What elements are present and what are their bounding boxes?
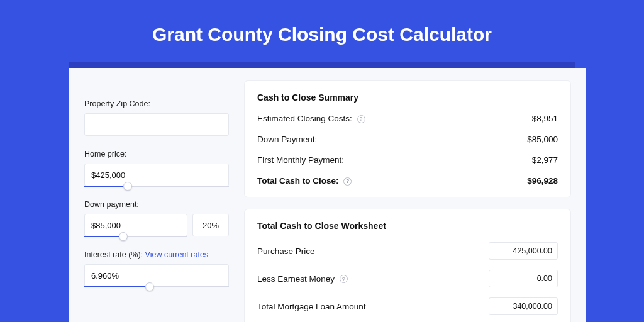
interest-rate-label: Interest rate (%): View current rates <box>84 250 229 259</box>
summary-panel: Cash to Close Summary Estimated Closing … <box>244 80 571 197</box>
summary-total-row: Total Cash to Close: ? $96,928 <box>257 176 558 186</box>
summary-row-value: $85,000 <box>527 135 558 144</box>
zip-label: Property Zip Code: <box>84 99 229 108</box>
home-price-field: Home price: <box>84 150 229 186</box>
help-icon[interactable]: ? <box>357 115 365 123</box>
slider-thumb[interactable] <box>119 232 128 241</box>
summary-row-value: $8,951 <box>532 114 558 123</box>
calculator-card: Property Zip Code: Home price: Down paym… <box>69 68 586 322</box>
down-payment-slider[interactable] <box>84 214 187 236</box>
summary-title: Cash to Close Summary <box>257 92 558 103</box>
label-text: Total Cash to Close: <box>257 176 339 186</box>
slider-thumb[interactable] <box>123 182 132 191</box>
summary-row: Down Payment: $85,000 <box>257 135 558 144</box>
worksheet-title: Total Cash to Close Worksheet <box>257 221 558 231</box>
view-rates-link[interactable]: View current rates <box>145 250 209 259</box>
worksheet-row-label: Less Earnest Money ? <box>257 274 348 284</box>
slider-fill <box>84 186 128 187</box>
home-price-label: Home price: <box>84 150 229 158</box>
label-text: Less Earnest Money <box>257 274 335 284</box>
results-column: Cash to Close Summary Estimated Closing … <box>244 80 571 322</box>
inputs-column: Property Zip Code: Home price: Down paym… <box>84 80 229 322</box>
summary-total-label: Total Cash to Close: ? <box>257 176 352 186</box>
page-title: Grant County Closing Cost Calculator <box>0 0 644 62</box>
worksheet-input[interactable] <box>489 242 558 260</box>
help-icon[interactable]: ? <box>340 275 348 283</box>
slider-fill <box>84 236 123 237</box>
down-payment-label: Down payment: <box>84 200 229 209</box>
worksheet-panel: Total Cash to Close Worksheet Purchase P… <box>244 209 571 322</box>
zip-field: Property Zip Code: <box>84 99 229 136</box>
slider-fill <box>84 286 150 287</box>
summary-row-label: Estimated Closing Costs: ? <box>257 114 365 123</box>
summary-row: Estimated Closing Costs: ? $8,951 <box>257 114 558 123</box>
down-payment-percent[interactable]: 20% <box>192 214 229 236</box>
down-payment-field: Down payment: 20% <box>84 200 229 236</box>
interest-rate-input[interactable] <box>84 264 229 287</box>
worksheet-row-label: Total Mortgage Loan Amount <box>257 302 366 311</box>
down-payment-input[interactable] <box>84 214 187 236</box>
zip-input[interactable] <box>84 113 229 136</box>
summary-row-value: $2,977 <box>532 155 558 165</box>
interest-rate-label-text: Interest rate (%): <box>84 250 143 259</box>
help-icon[interactable]: ? <box>343 177 352 186</box>
worksheet-input[interactable] <box>489 297 558 315</box>
slider-thumb[interactable] <box>145 282 154 291</box>
summary-row-label: First Monthly Payment: <box>257 155 344 165</box>
summary-row-label: Down Payment: <box>257 135 317 144</box>
worksheet-row-label: Purchase Price <box>257 247 315 256</box>
worksheet-row: Total Mortgage Loan Amount <box>257 297 558 315</box>
interest-rate-slider[interactable] <box>84 264 229 287</box>
label-text: Estimated Closing Costs: <box>257 114 352 123</box>
worksheet-row: Purchase Price <box>257 242 558 260</box>
worksheet-input[interactable] <box>489 270 558 287</box>
worksheet-row: Less Earnest Money ? <box>257 270 558 287</box>
card-shadow: Property Zip Code: Home price: Down paym… <box>69 62 575 322</box>
interest-rate-field: Interest rate (%): View current rates <box>84 250 229 287</box>
home-price-slider[interactable] <box>84 164 229 186</box>
summary-total-value: $96,928 <box>527 176 558 186</box>
summary-row: First Monthly Payment: $2,977 <box>257 155 558 165</box>
home-price-input[interactable] <box>84 164 229 186</box>
